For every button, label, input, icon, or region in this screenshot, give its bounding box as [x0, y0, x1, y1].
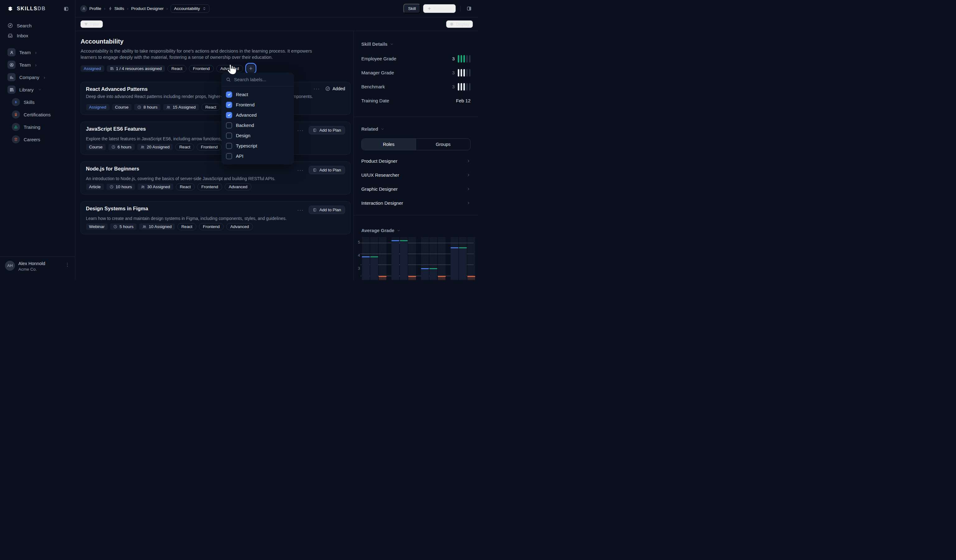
tag-pill[interactable]: React: [178, 223, 197, 230]
notebook-icon: [313, 128, 317, 132]
type-badge: Article: [86, 184, 104, 190]
sidebar-item-label: Training: [24, 124, 41, 130]
add-to-plan-button[interactable]: Add to Plan: [309, 205, 345, 214]
breadcrumb-skills[interactable]: Skills: [108, 6, 124, 11]
tab-roles[interactable]: Roles: [362, 139, 416, 150]
related-role-item[interactable]: Interaction Designer: [361, 196, 470, 210]
clock-icon: [113, 224, 117, 229]
related-role-item[interactable]: Product Designer: [361, 154, 470, 168]
more-options-icon[interactable]: ···: [314, 87, 320, 90]
more-options-icon[interactable]: ···: [297, 129, 304, 132]
add-to-plan-button[interactable]: Add to Plan: [309, 126, 345, 134]
assigned-badge: Assigned: [86, 104, 110, 110]
skill-details-header[interactable]: Skill Details: [361, 31, 470, 47]
notebook-icon: [313, 208, 317, 212]
sidebar-item-certifications[interactable]: Certifications: [8, 108, 71, 121]
label-option-advanced[interactable]: Advanced: [225, 110, 291, 120]
resource-card[interactable]: React Advanced Patterns···AddedDeep dive…: [80, 82, 351, 115]
right-panel: Skill Details Employee Grade3Manager Gra…: [354, 31, 478, 280]
chevron-down-icon: [397, 229, 401, 232]
filter-button[interactable]: Filter: [80, 20, 103, 28]
user-footer[interactable]: AH Alex Honnold Acme Co. ⋮: [0, 256, 75, 280]
average-grade-chart: 543: [354, 237, 478, 280]
label-option-react[interactable]: React: [225, 89, 291, 100]
related-section: Related Roles Groups Product DesignerUI/…: [354, 117, 478, 215]
label-option-api[interactable]: API: [225, 151, 291, 161]
chevron-sep-icon: ›: [104, 6, 105, 11]
checkbox-checked-icon[interactable]: [226, 91, 232, 98]
card-header: JavaScript ES6 Features···Add to Plan: [86, 126, 345, 134]
sidebar: SKILLSDB Search Inbox Team ›: [0, 0, 75, 280]
checkbox-checked-icon[interactable]: [226, 112, 232, 118]
tag-pill[interactable]: Frontend: [197, 183, 222, 190]
tab-groups[interactable]: Groups: [416, 139, 470, 150]
add-label-button[interactable]: [247, 64, 255, 72]
checkbox-unchecked-icon[interactable]: [226, 153, 232, 159]
detail-value: 3: [452, 70, 454, 75]
breadcrumb-profile[interactable]: Profile: [80, 5, 101, 12]
sidebar-item-inbox[interactable]: Inbox: [4, 30, 71, 41]
label-option-text: Advanced: [236, 112, 257, 118]
resource-card[interactable]: JavaScript ES6 Features···Add to PlanExp…: [80, 122, 351, 155]
tag-pill[interactable]: Frontend: [199, 223, 224, 230]
sidebar-item-library[interactable]: Library: [4, 83, 71, 96]
sidebar-item-team-1[interactable]: Team ›: [4, 46, 71, 58]
tag-pill[interactable]: Advanced: [216, 65, 243, 72]
skill-button[interactable]: Skill: [403, 4, 420, 13]
resource-card[interactable]: Design Systems in Figma···Add to PlanLea…: [80, 201, 351, 234]
more-options-icon[interactable]: ···: [297, 169, 304, 172]
tag-pill[interactable]: Frontend: [189, 65, 214, 72]
sidebar-item-label: Search: [17, 23, 32, 28]
related-role-item[interactable]: UI/UX Researcher: [361, 168, 470, 182]
sidebar-item-team-2[interactable]: Team ›: [4, 58, 71, 71]
right-panel-toggle-icon[interactable]: [465, 5, 473, 13]
tag-pill[interactable]: React: [176, 183, 195, 190]
breadcrumb-role[interactable]: Product Designer: [131, 6, 164, 11]
team-logo-icon: [8, 61, 16, 69]
tag-pill[interactable]: Frontend: [197, 143, 222, 151]
tag-pill[interactable]: React: [167, 65, 186, 72]
sidebar-item-training[interactable]: Training: [8, 121, 71, 133]
resource-list: React Advanced Patterns···AddedDeep dive…: [80, 82, 351, 234]
sidebar-nav: Search Inbox Team › Team ›: [0, 17, 75, 256]
sidebar-item-search[interactable]: Search: [4, 20, 71, 30]
resource-card[interactable]: Node.js for Beginners···Add to PlanAn in…: [80, 162, 351, 195]
add-resource-button[interactable]: Resource: [423, 4, 456, 13]
checkbox-unchecked-icon[interactable]: [226, 133, 232, 139]
checkbox-checked-icon[interactable]: [226, 102, 232, 108]
skill-selector[interactable]: Accountability: [171, 4, 209, 13]
label-option-typescript[interactable]: Typescript: [225, 141, 291, 151]
tag-pill[interactable]: Advanced: [226, 223, 253, 230]
profile-avatar-icon: [80, 5, 87, 12]
add-to-plan-button[interactable]: Add to Plan: [309, 166, 345, 174]
checkbox-unchecked-icon[interactable]: [226, 143, 232, 149]
sidebar-item-company[interactable]: Company ›: [4, 71, 71, 83]
duration-badge: 6 hours: [108, 144, 135, 150]
sidebar-collapse-icon[interactable]: [62, 5, 70, 13]
display-button[interactable]: Display: [446, 20, 473, 28]
user-menu-kebab-icon[interactable]: ⋮: [65, 261, 70, 280]
more-options-icon[interactable]: ···: [297, 209, 304, 212]
label-option-frontend[interactable]: Frontend: [225, 100, 291, 110]
labels-search-input[interactable]: [234, 77, 281, 82]
chart-bar-manager: [429, 268, 437, 280]
related-role-item[interactable]: Graphic Designer: [361, 182, 470, 196]
label-option-backend[interactable]: Backend: [225, 120, 291, 130]
average-grade-header[interactable]: Average Grade: [361, 215, 470, 233]
tag-pill[interactable]: Advanced: [225, 183, 252, 190]
grade-tick: [463, 69, 465, 77]
related-header[interactable]: Related: [361, 117, 470, 132]
avatar: AH: [5, 261, 15, 271]
sidebar-item-label: Certifications: [24, 112, 51, 117]
grade-tick: [469, 69, 470, 77]
type-badge: Course: [86, 144, 106, 150]
chart-bar-benchmark: [467, 276, 475, 280]
checkbox-unchecked-icon[interactable]: [226, 122, 232, 129]
label-option-design[interactable]: Design: [225, 130, 291, 141]
tag-pill[interactable]: React: [201, 104, 220, 111]
chevron-right-icon: [467, 173, 470, 177]
sidebar-item-careers[interactable]: Careers: [8, 133, 71, 146]
users-icon: [142, 224, 146, 229]
sidebar-item-skills[interactable]: Skills: [8, 96, 71, 108]
tag-pill[interactable]: React: [175, 143, 194, 151]
